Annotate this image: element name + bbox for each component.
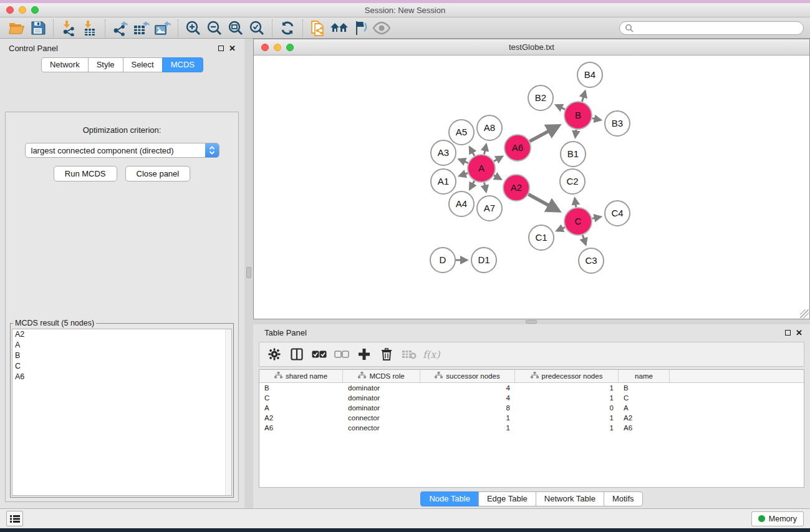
column-header-MCDS-role[interactable]: MCDS role (343, 370, 420, 382)
tab-style[interactable]: Style (88, 57, 123, 72)
table-cell[interactable]: A6 (619, 424, 670, 432)
graph-node-B3[interactable]: B3 (605, 111, 630, 136)
graph-edge-C-C4[interactable] (592, 216, 601, 218)
zoom-selected-icon[interactable] (246, 19, 268, 37)
splitter-grip[interactable] (246, 267, 251, 278)
mcds-result-item[interactable]: B (12, 351, 231, 361)
graph-node-A8[interactable]: A8 (477, 115, 502, 140)
table-cell[interactable]: connector (343, 414, 420, 422)
table-cell[interactable]: 1 (420, 414, 515, 422)
table-cell[interactable]: B (259, 384, 343, 392)
graph-node-C3[interactable]: C3 (579, 248, 604, 273)
table-cell[interactable]: dominator (343, 384, 420, 392)
function-builder-icon[interactable]: f(x) (422, 349, 440, 360)
table-row[interactable]: Bdominator41B (259, 383, 804, 393)
import-table-icon[interactable] (79, 19, 100, 37)
graph-node-D1[interactable]: D1 (471, 248, 496, 273)
minimize-window-button[interactable] (19, 6, 26, 14)
mcds-result-scrollbar[interactable] (225, 329, 231, 495)
column-header-successor-nodes[interactable]: successor nodes (420, 370, 515, 382)
graph-edge-B-B1[interactable] (575, 130, 576, 137)
close-panel-icon[interactable]: ✕ (796, 329, 803, 337)
graph-node-B2[interactable]: B2 (528, 85, 553, 110)
table-cell[interactable]: 1 (420, 424, 515, 432)
graph-edge-A2-C[interactable] (528, 195, 559, 211)
network-window-titlebar[interactable]: testGlobe.txt (254, 39, 809, 56)
export-table-icon[interactable] (131, 19, 152, 37)
graph-edge-C-C3[interactable] (582, 235, 586, 244)
delete-column-trash-icon[interactable] (377, 345, 397, 364)
table-cell[interactable]: 1 (515, 424, 619, 432)
horizontal-splitter[interactable] (253, 319, 810, 324)
new-network-from-selection-icon[interactable] (307, 19, 329, 37)
graph-node-A4[interactable]: A4 (449, 191, 474, 216)
network-zoom-button[interactable] (286, 44, 294, 51)
graph-node-A[interactable]: A (468, 155, 495, 182)
search-input[interactable] (634, 24, 798, 32)
overview-icon[interactable] (329, 19, 350, 37)
graph-edge-B-B3[interactable] (592, 118, 601, 120)
table-cell[interactable]: A (259, 404, 343, 412)
tab-node-table[interactable]: Node Table (420, 491, 479, 506)
table-cell[interactable]: C (619, 394, 670, 402)
graph-edge-A-A2[interactable] (494, 175, 501, 179)
graph-edge-B-B4[interactable] (582, 91, 585, 102)
show-column-panel-icon[interactable] (287, 345, 307, 364)
table-cell[interactable]: B (619, 384, 670, 392)
graph-node-C[interactable]: C (564, 208, 592, 235)
refresh-icon[interactable] (277, 19, 298, 37)
table-cell[interactable]: 4 (420, 394, 515, 402)
zoom-fit-icon[interactable] (225, 19, 246, 37)
search-box[interactable] (619, 21, 804, 35)
float-panel-icon[interactable] (785, 330, 791, 336)
graph-edge-A-A1[interactable] (460, 173, 468, 176)
criterion-dropdown[interactable]: largest connected component (directed) (25, 143, 219, 158)
table-cell[interactable]: dominator (343, 394, 420, 402)
table-cell[interactable]: 0 (515, 404, 619, 412)
table-row[interactable]: A6connector11A6 (259, 423, 804, 433)
graph-node-C2[interactable]: C2 (560, 169, 585, 194)
graph-node-A6[interactable]: A6 (504, 135, 531, 161)
tab-mcds[interactable]: MCDS (162, 57, 203, 72)
open-file-icon[interactable] (6, 19, 27, 37)
graph-edge-C-C2[interactable] (575, 198, 576, 207)
column-header-shared-name[interactable]: shared name (259, 370, 343, 382)
close-panel-icon[interactable]: ✕ (229, 44, 236, 52)
tab-network-table[interactable]: Network Table (536, 491, 604, 506)
graph-node-A2[interactable]: A2 (503, 175, 529, 201)
network-minimize-button[interactable] (274, 44, 281, 51)
unselect-all-columns-icon[interactable] (332, 345, 352, 364)
graph-edge-A-A5[interactable] (470, 147, 475, 156)
graph-node-A5[interactable]: A5 (449, 120, 474, 145)
table-cell[interactable]: 1 (515, 414, 619, 422)
memory-button[interactable]: Memory (751, 511, 804, 526)
select-all-columns-icon[interactable] (309, 345, 329, 364)
graph-edge-B-B2[interactable] (556, 105, 566, 110)
zoom-window-button[interactable] (31, 6, 39, 14)
graph-edge-A-A6[interactable] (494, 157, 502, 162)
graph-node-C4[interactable]: C4 (605, 201, 630, 226)
tab-network[interactable]: Network (41, 57, 89, 72)
import-network-icon[interactable] (58, 19, 79, 37)
tab-edge-table[interactable]: Edge Table (478, 491, 536, 506)
graph-edge-A-A3[interactable] (459, 159, 468, 163)
graph-edge-A-A4[interactable] (470, 181, 474, 189)
table-cell[interactable]: dominator (343, 404, 420, 412)
graph-node-A3[interactable]: A3 (431, 140, 456, 165)
table-cell[interactable]: A (619, 404, 670, 412)
graph-node-B[interactable]: B (564, 102, 592, 129)
table-cell[interactable]: 1 (515, 384, 619, 392)
graph-node-A7[interactable]: A7 (477, 196, 502, 221)
splitter-grip[interactable] (526, 320, 537, 324)
graph-edge-A-A7[interactable] (485, 183, 486, 192)
mcds-result-item[interactable]: A (12, 340, 231, 351)
table-row[interactable]: A2connector11A2 (259, 413, 804, 423)
table-cell[interactable]: A2 (619, 414, 670, 422)
zoom-in-icon[interactable] (183, 19, 204, 37)
graph-node-C1[interactable]: C1 (529, 225, 554, 250)
graphics-details-icon[interactable] (350, 19, 371, 37)
graph-edge-A-A8[interactable] (485, 145, 486, 155)
task-history-button[interactable] (6, 511, 23, 526)
graph-edge-C-C1[interactable] (557, 227, 565, 231)
graph-node-A1[interactable]: A1 (431, 169, 456, 194)
